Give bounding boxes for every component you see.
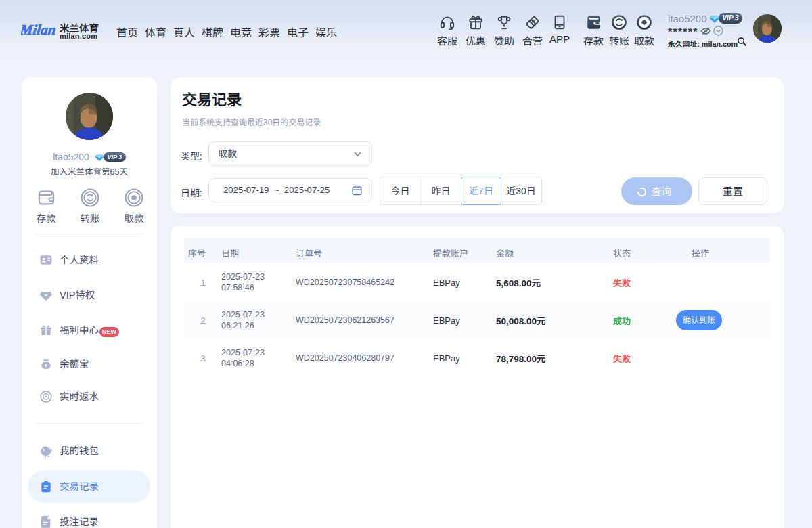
svg-text:Milan: Milan bbox=[21, 22, 57, 38]
